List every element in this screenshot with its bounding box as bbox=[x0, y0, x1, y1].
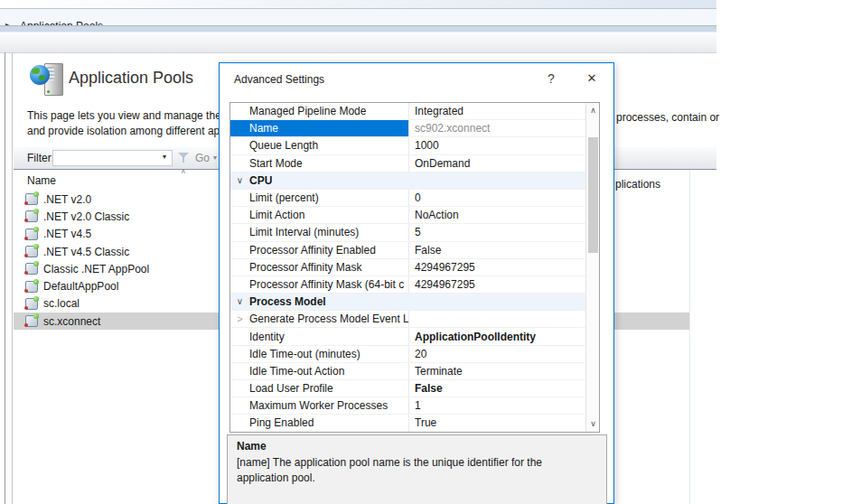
scrollbar[interactable]: ∧ ∨ bbox=[585, 103, 599, 432]
property-name-cell[interactable]: Idle Time-out (minutes) bbox=[230, 346, 408, 362]
column-header-name[interactable]: Name bbox=[27, 174, 56, 187]
property-label: Limit (percent) bbox=[249, 191, 408, 204]
property-label: Identity bbox=[249, 331, 408, 343]
property-name-cell[interactable]: Identity bbox=[230, 328, 408, 344]
app-pool-name: Classic .NET AppPool bbox=[43, 263, 149, 275]
property-name-cell[interactable]: Idle Time-out Action bbox=[230, 363, 408, 379]
go-button[interactable]: Go bbox=[195, 152, 210, 164]
app-pool-icon bbox=[25, 229, 38, 240]
property-label: CPU bbox=[249, 174, 408, 187]
property-description-panel: Name [name] The application pool name is… bbox=[227, 434, 607, 504]
funnel-icon[interactable] bbox=[178, 153, 191, 163]
app-pool-name: .NET v4.5 bbox=[43, 228, 91, 240]
property-name-cell[interactable]: Limit (percent) bbox=[230, 190, 408, 206]
app-pool-icon bbox=[25, 263, 38, 275]
globe-icon bbox=[30, 65, 50, 85]
property-value[interactable]: 1000 bbox=[408, 137, 586, 154]
property-row[interactable]: Idle Time-out (minutes)20 bbox=[230, 346, 586, 363]
property-name-cell[interactable]: Processor Affinity Mask bbox=[230, 259, 408, 275]
property-name-cell[interactable]: Limit Interval (minutes) bbox=[230, 224, 408, 240]
property-name-cell[interactable]: Managed Pipeline Mode bbox=[230, 103, 408, 119]
property-value[interactable]: 1 bbox=[408, 397, 586, 414]
property-row[interactable]: Processor Affinity EnabledFalse bbox=[230, 242, 586, 259]
property-label: Generate Process Model Event L bbox=[249, 313, 408, 325]
chevron-down-icon[interactable]: ∨ bbox=[230, 297, 249, 306]
filter-input[interactable] bbox=[52, 150, 173, 166]
property-grid-rows: Managed Pipeline ModeIntegratedNamesc902… bbox=[230, 103, 586, 433]
property-row[interactable]: Maximum Worker Processes1 bbox=[230, 397, 586, 415]
property-name-cell[interactable]: Processor Affinity Enabled bbox=[230, 242, 408, 258]
property-row[interactable]: IdentityApplicationPoolIdentity bbox=[230, 328, 586, 345]
property-name-cell[interactable]: Start Mode bbox=[230, 155, 408, 172]
property-row[interactable]: Limit ActionNoAction bbox=[230, 207, 586, 224]
chevron-right-icon[interactable]: > bbox=[230, 314, 249, 323]
property-name-cell[interactable]: Processor Affinity Mask (64-bit c bbox=[230, 276, 408, 293]
property-name-cell[interactable]: >Generate Process Model Event L bbox=[230, 311, 408, 327]
property-category-row[interactable]: ∨CPU bbox=[230, 173, 586, 190]
property-value[interactable]: 4294967295 bbox=[408, 276, 586, 293]
property-value[interactable]: OnDemand bbox=[408, 155, 586, 172]
property-name-cell[interactable]: ∨CPU bbox=[230, 173, 408, 189]
feature-pane-edge bbox=[12, 52, 13, 504]
property-label: Idle Time-out (minutes) bbox=[249, 348, 408, 360]
property-value[interactable]: ApplicationPoolIdentity bbox=[408, 328, 586, 344]
property-row[interactable]: Idle Time-out ActionTerminate bbox=[230, 363, 586, 380]
property-name-cell[interactable]: Name bbox=[230, 120, 408, 136]
property-value[interactable]: 5 bbox=[408, 224, 586, 240]
property-value[interactable] bbox=[408, 173, 586, 189]
property-value[interactable]: 0 bbox=[408, 190, 586, 206]
property-label: Managed Pipeline Mode bbox=[249, 105, 408, 117]
property-value[interactable] bbox=[408, 294, 586, 310]
property-row[interactable]: Limit (percent)0 bbox=[230, 190, 586, 207]
property-value[interactable]: False bbox=[408, 380, 586, 397]
property-row[interactable]: Load User ProfileFalse bbox=[230, 380, 586, 397]
property-value[interactable]: NoAction bbox=[408, 207, 586, 223]
property-value[interactable]: 4294967295 bbox=[408, 259, 586, 275]
scroll-up-icon[interactable]: ∧ bbox=[586, 103, 600, 118]
property-row[interactable]: Ping EnabledTrue bbox=[230, 415, 586, 432]
property-row[interactable]: Start ModeOnDemand bbox=[230, 155, 586, 173]
property-category-row[interactable]: ∨Process Model bbox=[230, 294, 586, 311]
property-value[interactable]: 20 bbox=[408, 346, 586, 362]
property-name-cell[interactable]: Ping Enabled bbox=[230, 415, 408, 431]
property-value[interactable] bbox=[408, 311, 586, 327]
property-name-cell[interactable]: Load User Profile bbox=[230, 380, 408, 397]
app-pool-icon bbox=[25, 298, 38, 310]
property-row[interactable]: Namesc902.xconnect bbox=[230, 120, 586, 137]
property-label: Start Mode bbox=[249, 157, 408, 170]
scrollbar-thumb[interactable] bbox=[588, 137, 598, 253]
sort-ascending-icon: ∧ bbox=[181, 167, 186, 175]
close-icon[interactable]: ✕ bbox=[583, 71, 601, 85]
property-value[interactable]: Integrated bbox=[408, 103, 586, 119]
property-row[interactable]: Limit Interval (minutes)5 bbox=[230, 224, 586, 241]
property-row[interactable]: Queue Length1000 bbox=[230, 137, 586, 154]
property-row[interactable]: Processor Affinity Mask4294967295 bbox=[230, 259, 586, 276]
property-name-cell[interactable]: Maximum Worker Processes bbox=[230, 397, 408, 414]
breadcrumb[interactable]: ▶ Application Pools bbox=[0, 9, 716, 25]
column-header-applications[interactable]: plications bbox=[615, 178, 660, 191]
property-row[interactable]: Processor Affinity Mask (64-bit c4294967… bbox=[230, 276, 586, 294]
property-value[interactable]: True bbox=[408, 415, 586, 431]
property-value[interactable]: False bbox=[408, 242, 586, 258]
property-name-cell[interactable]: Limit Action bbox=[230, 207, 408, 223]
chevron-down-icon[interactable]: ∨ bbox=[230, 176, 249, 185]
property-name-cell[interactable]: ∨Process Model bbox=[230, 294, 408, 310]
property-label: Ping Enabled bbox=[249, 416, 408, 429]
application-pools-icon bbox=[30, 62, 66, 97]
property-row[interactable]: Managed Pipeline ModeIntegrated bbox=[230, 103, 586, 120]
app-pool-icon bbox=[25, 315, 38, 327]
filter-dropdown-icon[interactable]: ▾ bbox=[163, 153, 166, 161]
window-top-strip bbox=[0, 0, 716, 9]
advanced-settings-dialog: Advanced Settings ? ✕ Managed Pipeline M… bbox=[219, 62, 614, 504]
scroll-down-icon[interactable]: ∨ bbox=[586, 416, 600, 432]
window-divider-band bbox=[0, 25, 716, 33]
property-value[interactable]: Terminate bbox=[408, 363, 586, 379]
property-row[interactable]: >Generate Process Model Event L bbox=[230, 311, 586, 328]
app-pool-name: .NET v4.5 Classic bbox=[43, 246, 129, 258]
go-dropdown-icon[interactable]: ▾ bbox=[213, 154, 217, 162]
property-label: Limit Action bbox=[249, 209, 408, 221]
filter-label: Filter: bbox=[27, 152, 54, 164]
help-icon[interactable]: ? bbox=[543, 71, 559, 86]
property-name-cell[interactable]: Queue Length bbox=[230, 137, 408, 154]
property-value[interactable]: sc902.xconnect bbox=[408, 120, 586, 136]
